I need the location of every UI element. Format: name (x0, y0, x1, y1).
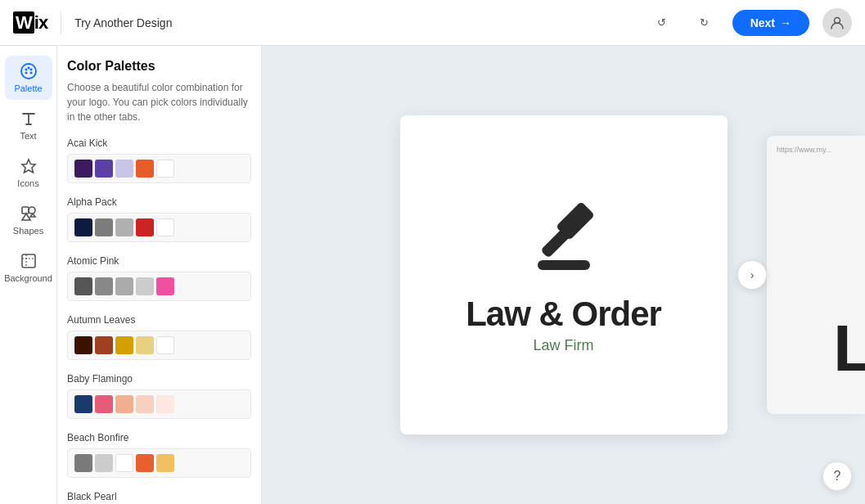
palette-item-3[interactable]: Autumn Leaves (67, 314, 251, 360)
svg-point-5 (29, 72, 32, 74)
swatch-4-1 (95, 395, 113, 413)
swatch-4-2 (115, 395, 133, 413)
swatch-3-0 (74, 336, 92, 354)
palette-swatches-4 (67, 389, 251, 419)
try-another-button[interactable]: Try Another Design (74, 16, 172, 29)
swatch-3-4 (156, 336, 174, 354)
swatch-0-2 (115, 160, 133, 178)
svg-rect-8 (22, 207, 29, 214)
next-arrow-icon: → (780, 16, 791, 29)
swatch-3-3 (136, 336, 154, 354)
undo-icon: ↺ (657, 16, 666, 29)
profile-button[interactable] (822, 8, 852, 38)
text-icon (20, 110, 38, 128)
swatch-0-4 (156, 160, 174, 178)
palette-item-0[interactable]: Acai Kick (67, 137, 251, 183)
panel-description: Choose a beautiful color combination for… (67, 80, 251, 124)
palette-name-3: Autumn Leaves (67, 314, 251, 326)
svg-marker-7 (22, 160, 35, 173)
palette-swatches-1 (67, 213, 251, 242)
swatch-2-3 (136, 277, 154, 295)
shapes-label: Shapes (13, 226, 43, 236)
swatch-5-1 (95, 454, 113, 472)
swatch-5-3 (136, 454, 154, 472)
redo-icon: ↻ (700, 16, 709, 29)
palette-swatches-2 (67, 272, 251, 301)
swatch-5-2 (115, 454, 133, 472)
svg-point-4 (25, 72, 27, 74)
panel-title: Color Palettes (67, 59, 251, 74)
swatch-1-3 (136, 218, 154, 236)
redo-button[interactable]: ↻ (690, 8, 719, 38)
icons-icon (20, 157, 38, 175)
swatch-5-0 (74, 454, 92, 472)
palette-name-4: Baby Flamingo (67, 373, 251, 385)
undo-button[interactable]: ↺ (647, 8, 677, 38)
chevron-right-icon: › (750, 268, 755, 281)
next-card-big-letter: L (833, 316, 865, 381)
palette-icon (20, 62, 38, 80)
swatch-2-1 (95, 277, 113, 295)
svg-point-3 (29, 69, 32, 71)
palette-swatches-3 (67, 331, 251, 360)
sidebar-item-background[interactable]: Background (5, 245, 52, 290)
palette-item-2[interactable]: Atomic Pink (67, 255, 251, 301)
swatch-4-4 (156, 395, 174, 413)
palette-name-6: Black Pearl (67, 491, 251, 502)
color-palettes-panel: Color Palettes Choose a beautiful color … (57, 46, 262, 504)
header-divider (61, 11, 61, 34)
svg-rect-13 (538, 260, 590, 270)
canvas-area: Law & Order Law Firm https://www.my... L… (262, 46, 865, 504)
next-card-url: https://www.my... (777, 146, 831, 154)
swatch-1-0 (74, 218, 92, 236)
swatch-5-4 (156, 454, 174, 472)
main-layout: Palette Text Icons Shapes (0, 46, 865, 504)
palette-list: Acai KickAlpha PackAtomic PinkAutumn Lea… (67, 137, 251, 504)
swatch-4-0 (74, 395, 92, 413)
palette-item-5[interactable]: Beach Bonfire (67, 432, 251, 478)
help-icon: ? (834, 469, 841, 484)
palette-swatches-5 (67, 448, 251, 478)
svg-point-9 (29, 207, 35, 214)
swatch-4-3 (136, 395, 154, 413)
logo-card: Law & Order Law Firm (400, 115, 728, 434)
swatch-0-1 (95, 160, 113, 178)
swatch-0-3 (136, 160, 154, 178)
swatch-0-0 (74, 160, 92, 178)
swatch-1-1 (95, 218, 113, 236)
profile-icon (830, 16, 845, 30)
palette-item-6[interactable]: Black Pearl (67, 491, 251, 504)
palette-name-5: Beach Bonfire (67, 432, 251, 443)
svg-point-2 (25, 69, 27, 71)
sidebar-item-shapes[interactable]: Shapes (5, 198, 52, 242)
swatch-2-2 (115, 277, 133, 295)
background-icon (20, 252, 38, 270)
svg-rect-10 (22, 254, 35, 268)
swatch-1-4 (156, 218, 174, 236)
swatch-2-4 (156, 277, 174, 295)
next-button[interactable]: Next → (732, 10, 809, 36)
palette-name-2: Atomic Pink (67, 255, 251, 267)
shapes-icon (20, 205, 38, 223)
wix-logo: Wix (13, 12, 47, 34)
swatch-3-2 (115, 336, 133, 354)
gavel-icon (515, 196, 613, 281)
help-button[interactable]: ? (822, 461, 852, 491)
palette-name-1: Alpha Pack (67, 196, 251, 208)
logo-sub-text: Law Firm (533, 337, 593, 354)
icons-label: Icons (17, 178, 38, 188)
header: Wix Try Another Design ↺ ↻ Next → (0, 0, 865, 46)
sidebar-item-text[interactable]: Text (5, 103, 52, 147)
swatch-2-0 (74, 277, 92, 295)
swatch-3-1 (95, 336, 113, 354)
icon-sidebar: Palette Text Icons Shapes (0, 46, 57, 504)
palette-item-4[interactable]: Baby Flamingo (67, 373, 251, 419)
sidebar-item-icons[interactable]: Icons (5, 151, 52, 195)
sidebar-item-palette[interactable]: Palette (5, 56, 52, 100)
svg-point-6 (27, 67, 29, 70)
text-label: Text (20, 131, 36, 141)
palette-item-1[interactable]: Alpha Pack (67, 196, 251, 242)
chevron-next-button[interactable]: › (737, 260, 767, 290)
palette-name-0: Acai Kick (67, 137, 251, 149)
logo-main-text: Law & Order (466, 295, 661, 334)
